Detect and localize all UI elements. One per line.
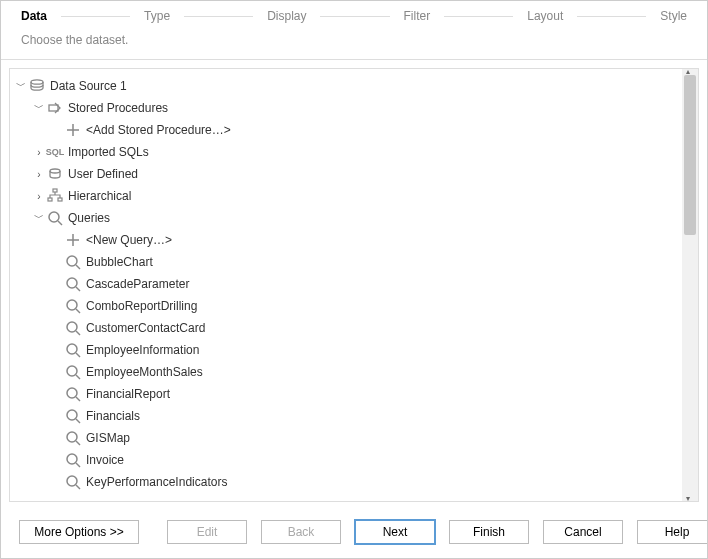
step-separator: [444, 16, 513, 17]
tree-node-query[interactable]: ›Financials: [10, 405, 682, 427]
tree-label: BubbleChart: [86, 255, 153, 269]
tree-label: Queries: [68, 211, 110, 225]
step-display[interactable]: Display: [267, 9, 306, 23]
plus-icon: [64, 122, 82, 138]
expand-arrow-icon[interactable]: ﹀: [32, 101, 46, 115]
query-icon: [64, 474, 82, 490]
tree-node-query[interactable]: ›BubbleChart: [10, 251, 682, 273]
tree-label: User Defined: [68, 167, 138, 181]
query-icon: [64, 254, 82, 270]
tree-label: FinancialReport: [86, 387, 170, 401]
query-icon: [46, 210, 64, 226]
tree-panel: ﹀ Data Source 1 ﹀ Stored Procedures › <A…: [9, 68, 699, 502]
expand-arrow-icon[interactable]: ›: [32, 169, 46, 180]
step-separator: [320, 16, 389, 17]
expand-arrow-icon[interactable]: ›: [32, 191, 46, 202]
tree-label: Imported SQLs: [68, 145, 149, 159]
tree-node-datasource[interactable]: ﹀ Data Source 1: [10, 75, 682, 97]
tree-label: Stored Procedures: [68, 101, 168, 115]
query-icon: [64, 342, 82, 358]
tree-node-query[interactable]: ›CascadeParameter: [10, 273, 682, 295]
tree-label: KeyPerformanceIndicators: [86, 475, 227, 489]
tree-node-query[interactable]: ›Invoice: [10, 449, 682, 471]
tree-node-query[interactable]: ›EmployeeMonthSales: [10, 361, 682, 383]
tree-node-user-defined[interactable]: › User Defined: [10, 163, 682, 185]
step-type[interactable]: Type: [144, 9, 170, 23]
more-options-button[interactable]: More Options >>: [19, 520, 139, 544]
tree-node-imported-sqls[interactable]: › SQL Imported SQLs: [10, 141, 682, 163]
hierarchy-icon: [46, 188, 64, 204]
tree-label: Financials: [86, 409, 140, 423]
plus-icon: [64, 232, 82, 248]
tree-label: <Add Stored Procedure…>: [86, 123, 231, 137]
help-button[interactable]: Help: [637, 520, 708, 544]
expand-arrow-icon[interactable]: ›: [32, 147, 46, 158]
step-separator: [61, 16, 130, 17]
tree-label: <New Query…>: [86, 233, 172, 247]
button-bar: More Options >> Edit Back Next Finish Ca…: [1, 510, 707, 558]
sql-icon: SQL: [46, 144, 64, 160]
back-button: Back: [261, 520, 341, 544]
wizard-steps: DataTypeDisplayFilterLayoutStyle: [1, 1, 707, 27]
tree-scroll[interactable]: ﹀ Data Source 1 ﹀ Stored Procedures › <A…: [10, 69, 682, 501]
tree-label: EmployeeMonthSales: [86, 365, 203, 379]
tree-label: CascadeParameter: [86, 277, 189, 291]
tree-label: Hierarchical: [68, 189, 131, 203]
tree-node-query[interactable]: ›GISMap: [10, 427, 682, 449]
stored-procedure-icon: [46, 100, 64, 116]
finish-button[interactable]: Finish: [449, 520, 529, 544]
step-style[interactable]: Style: [660, 9, 687, 23]
query-icon: [64, 320, 82, 336]
next-button[interactable]: Next: [355, 520, 435, 544]
tree-node-query[interactable]: ›KeyPerformanceIndicators: [10, 471, 682, 493]
tree-node-query[interactable]: ›FinancialReport: [10, 383, 682, 405]
step-separator: [184, 16, 253, 17]
tree-node-query[interactable]: ›CustomerContactCard: [10, 317, 682, 339]
step-layout[interactable]: Layout: [527, 9, 563, 23]
subtitle: Choose the dataset.: [1, 27, 707, 59]
tree-node-hierarchical[interactable]: › Hierarchical: [10, 185, 682, 207]
query-icon: [64, 452, 82, 468]
query-icon: [64, 408, 82, 424]
expand-arrow-icon[interactable]: ﹀: [14, 79, 28, 93]
tree-label: ComboReportDrilling: [86, 299, 197, 313]
database-icon: [28, 78, 46, 94]
query-icon: [64, 276, 82, 292]
database-icon: [46, 166, 64, 182]
divider: [1, 59, 707, 60]
tree-label: EmployeeInformation: [86, 343, 199, 357]
tree-action-new-query[interactable]: › <New Query…>: [10, 229, 682, 251]
tree-action-add-stored-procedure[interactable]: › <Add Stored Procedure…>: [10, 119, 682, 141]
tree-node-query[interactable]: ›EmployeeInformation: [10, 339, 682, 361]
cancel-button[interactable]: Cancel: [543, 520, 623, 544]
scroll-down-icon[interactable]: ▾: [686, 494, 690, 502]
expand-arrow-icon[interactable]: ﹀: [32, 211, 46, 225]
step-separator: [577, 16, 646, 17]
step-data[interactable]: Data: [21, 9, 47, 23]
tree-label: GISMap: [86, 431, 130, 445]
tree-node-stored-procedures[interactable]: ﹀ Stored Procedures: [10, 97, 682, 119]
query-icon: [64, 364, 82, 380]
scrollbar[interactable]: ▴ ▾: [682, 69, 698, 501]
tree-label: Invoice: [86, 453, 124, 467]
step-filter[interactable]: Filter: [404, 9, 431, 23]
query-icon: [64, 430, 82, 446]
tree-node-queries[interactable]: ﹀ Queries: [10, 207, 682, 229]
query-icon: [64, 386, 82, 402]
edit-button: Edit: [167, 520, 247, 544]
tree-label: CustomerContactCard: [86, 321, 205, 335]
query-icon: [64, 298, 82, 314]
tree-node-query[interactable]: ›ComboReportDrilling: [10, 295, 682, 317]
scrollbar-thumb[interactable]: [684, 75, 696, 235]
tree-label: Data Source 1: [50, 79, 127, 93]
